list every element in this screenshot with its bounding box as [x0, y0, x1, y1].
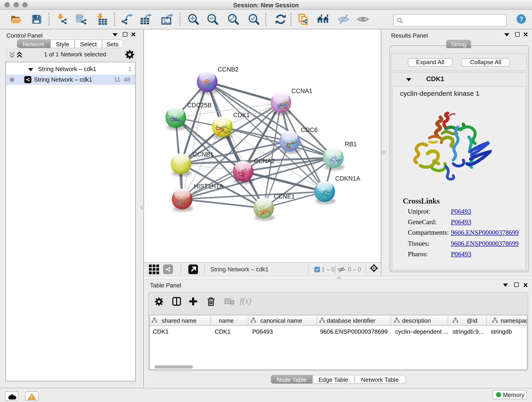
svg-text:CCNB1: CCNB1 [192, 151, 214, 158]
svg-text:CDC25B: CDC25B [187, 102, 211, 108]
svg-text:CCNB2: CCNB2 [217, 66, 239, 73]
svg-text:CDKN1A: CDKN1A [335, 175, 360, 182]
svg-text:CCNA1: CCNA1 [291, 87, 312, 94]
svg-text:CDC6: CDC6 [301, 126, 317, 133]
svg-text:CCNA2: CCNA2 [254, 157, 275, 164]
svg-text:HIST1H1A: HIST1H1A [194, 183, 223, 190]
svg-text:?: ? [519, 15, 523, 22]
svg-text:RB1: RB1 [345, 140, 357, 147]
svg-text:CDK1: CDK1 [233, 111, 249, 118]
svg-text:CCNE1: CCNE1 [273, 193, 295, 200]
